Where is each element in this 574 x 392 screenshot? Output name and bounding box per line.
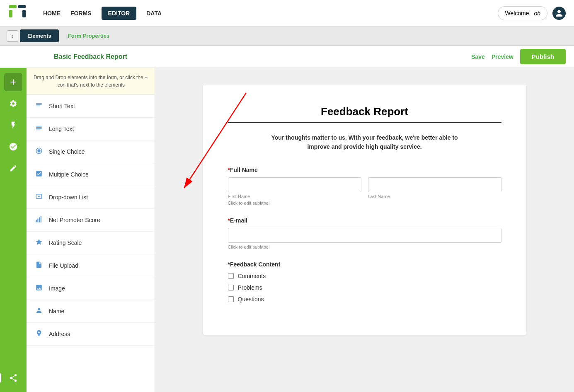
elements-panel: Drag and Drop elements into the form, or… bbox=[27, 68, 155, 392]
nav-forms[interactable]: FORMS bbox=[70, 10, 92, 17]
sidebar-add-button[interactable] bbox=[4, 73, 22, 91]
element-name[interactable]: Name bbox=[27, 300, 155, 323]
element-dropdown[interactable]: Drop-down List bbox=[27, 186, 155, 209]
element-single-choice[interactable]: Single Choice bbox=[27, 140, 155, 163]
net-promoter-label: Net Promoter Score bbox=[49, 217, 100, 223]
element-file-upload[interactable]: File Upload bbox=[27, 254, 155, 277]
tab-form-properties[interactable]: Form Properties bbox=[61, 29, 117, 42]
svg-rect-3 bbox=[22, 10, 26, 17]
last-name-input[interactable] bbox=[368, 177, 501, 192]
svg-rect-7 bbox=[36, 220, 37, 223]
long-text-label: Long Text bbox=[49, 126, 74, 132]
share-label: Share bbox=[0, 373, 1, 383]
top-navigation: HOME FORMS EDITOR DATA Welcome, ob bbox=[0, 0, 574, 27]
dropdown-icon bbox=[35, 193, 43, 202]
form-title: Basic Feedback Report bbox=[54, 53, 127, 60]
svg-rect-0 bbox=[9, 5, 17, 8]
tab-elements[interactable]: Elements bbox=[20, 29, 59, 42]
short-text-label: Short Text bbox=[49, 103, 75, 109]
multiple-choice-icon bbox=[35, 170, 43, 179]
sidebar-share-button[interactable] bbox=[4, 369, 22, 387]
sidebar-pencil-button[interactable] bbox=[4, 159, 22, 177]
long-text-icon bbox=[35, 124, 43, 133]
file-upload-label: File Upload bbox=[49, 262, 78, 269]
svg-rect-8 bbox=[37, 219, 38, 223]
image-icon bbox=[35, 284, 43, 293]
full-name-label: *Full Name bbox=[228, 167, 501, 173]
name-icon bbox=[35, 307, 43, 316]
file-upload-icon bbox=[35, 261, 43, 270]
preview-button[interactable]: Preview bbox=[492, 53, 513, 60]
last-name-group: Last Name bbox=[368, 177, 501, 199]
checkbox-comments-box[interactable] bbox=[228, 273, 234, 279]
email-label: *E-mail bbox=[228, 217, 501, 224]
address-icon bbox=[35, 329, 43, 339]
element-long-text[interactable]: Long Text bbox=[27, 118, 155, 140]
field-feedback-content: *Feedback Content Comments Problems Ques… bbox=[228, 261, 501, 302]
main-layout: Share Drag and Drop elements into the fo… bbox=[0, 68, 574, 392]
address-label: Address bbox=[49, 331, 70, 337]
nav-editor[interactable]: EDITOR bbox=[102, 7, 137, 20]
first-name-sublabel: First Name bbox=[228, 194, 361, 199]
image-label: Image bbox=[49, 285, 65, 292]
email-sublabel[interactable]: Click to edit sublabel bbox=[228, 244, 501, 249]
element-multiple-choice[interactable]: Multiple Choice bbox=[27, 163, 155, 186]
publish-button[interactable]: Publish bbox=[520, 49, 566, 64]
name-label: Name bbox=[49, 308, 64, 315]
email-input[interactable] bbox=[228, 228, 501, 243]
form-header-divider bbox=[228, 122, 501, 123]
form-card: Feedback Report Your thoughts matter to … bbox=[203, 85, 526, 335]
nav-right: Welcome, ob bbox=[498, 6, 566, 20]
first-name-group: First Name bbox=[228, 177, 361, 199]
checkbox-questions-box[interactable] bbox=[228, 296, 234, 302]
toolbar-actions: Save Preview Publish bbox=[471, 49, 566, 64]
nav-home[interactable]: HOME bbox=[43, 10, 61, 17]
welcome-text: Welcome, bbox=[505, 10, 530, 17]
svg-point-5 bbox=[37, 149, 41, 152]
checkbox-problems[interactable]: Problems bbox=[228, 284, 501, 291]
logo[interactable] bbox=[8, 4, 27, 22]
form-subtitle: Your thoughts matter to us. With your fe… bbox=[228, 133, 501, 152]
second-nav: ‹ Elements Form Properties bbox=[0, 27, 574, 46]
form-header-title: Feedback Report bbox=[228, 105, 501, 118]
svg-rect-9 bbox=[39, 218, 40, 223]
nav-links: HOME FORMS EDITOR DATA bbox=[43, 7, 162, 20]
checkbox-questions[interactable]: Questions bbox=[228, 296, 501, 302]
save-button[interactable]: Save bbox=[471, 53, 485, 60]
nav-data[interactable]: DATA bbox=[146, 10, 162, 17]
checkbox-questions-label: Questions bbox=[238, 296, 264, 302]
last-name-sublabel: Last Name bbox=[368, 194, 501, 199]
form-canvas: Feedback Report Your thoughts matter to … bbox=[155, 68, 574, 392]
toolbar-row: Basic Feedback Report Save Preview Publi… bbox=[0, 46, 574, 68]
element-net-promoter[interactable]: Net Promoter Score bbox=[27, 209, 155, 232]
field-email: *E-mail Click to edit sublabel bbox=[228, 217, 501, 249]
short-text-icon bbox=[35, 102, 43, 111]
field-full-name: *Full Name First Name Last Name Click to… bbox=[228, 167, 501, 206]
sidebar-check-button[interactable] bbox=[4, 138, 22, 156]
checkbox-problems-label: Problems bbox=[238, 284, 262, 291]
checkbox-comments[interactable]: Comments bbox=[228, 273, 501, 279]
user-avatar[interactable] bbox=[552, 7, 566, 20]
first-name-input[interactable] bbox=[228, 177, 361, 192]
svg-rect-10 bbox=[41, 216, 41, 223]
share-container: Share bbox=[0, 369, 27, 387]
name-fields: First Name Last Name bbox=[228, 177, 501, 199]
element-image[interactable]: Image bbox=[27, 277, 155, 300]
element-address[interactable]: Address bbox=[27, 323, 155, 346]
back-button[interactable]: ‹ bbox=[7, 30, 18, 42]
sidebar-settings-button[interactable] bbox=[4, 94, 22, 113]
svg-rect-2 bbox=[18, 5, 26, 8]
single-choice-label: Single Choice bbox=[49, 148, 85, 155]
element-short-text[interactable]: Short Text bbox=[27, 95, 155, 118]
feedback-content-label: *Feedback Content bbox=[228, 261, 501, 268]
element-rating-scale[interactable]: Rating Scale bbox=[27, 232, 155, 254]
svg-rect-1 bbox=[9, 10, 12, 17]
sidebar-bolt-button[interactable] bbox=[4, 116, 22, 134]
name-edit-sublabel[interactable]: Click to edit sublabel bbox=[228, 201, 501, 206]
net-promoter-icon bbox=[35, 215, 43, 225]
checkbox-comments-label: Comments bbox=[238, 273, 266, 279]
welcome-user: ob bbox=[534, 10, 540, 17]
welcome-box: Welcome, ob bbox=[498, 6, 547, 20]
checkbox-problems-box[interactable] bbox=[228, 285, 234, 290]
drag-hint: Drag and Drop elements into the form, or… bbox=[27, 68, 155, 95]
